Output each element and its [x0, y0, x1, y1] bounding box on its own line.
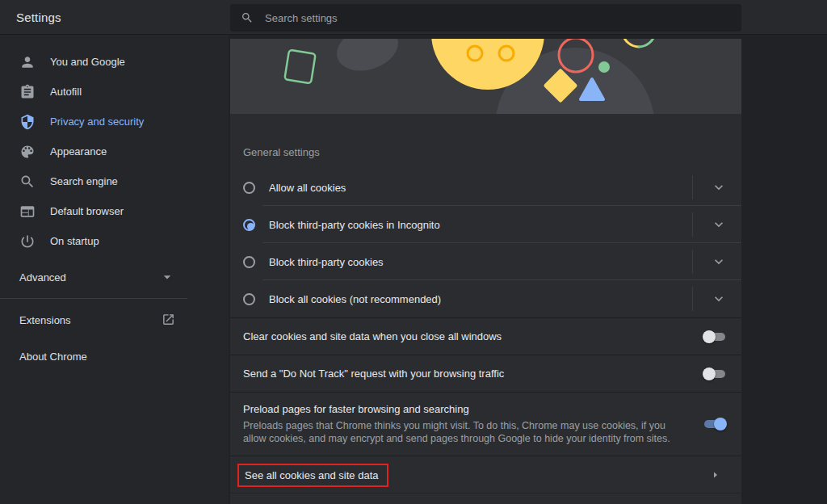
- radio-label: Allow all cookies: [269, 182, 346, 194]
- sidebar-item-label: You and Google: [50, 56, 125, 68]
- toggle-label: Clear cookies and site data when you clo…: [243, 330, 502, 342]
- sidebar-item-label: About Chrome: [19, 351, 87, 363]
- browser-icon: [19, 204, 36, 220]
- sidebar-item-extensions[interactable]: Extensions: [0, 304, 229, 335]
- sidebar-divider: [0, 298, 187, 299]
- external-link-icon: [162, 313, 175, 326]
- search-icon: [19, 174, 36, 190]
- toggle-switch-off[interactable]: [704, 333, 725, 341]
- power-icon: [19, 233, 36, 250]
- sidebar-item-label: Autofill: [50, 86, 82, 98]
- sidebar-item-label: Privacy and security: [50, 116, 144, 128]
- radio-button[interactable]: [243, 293, 255, 305]
- search-input[interactable]: [263, 4, 716, 32]
- radio-label: Block all cookies (not recommended): [269, 293, 441, 305]
- sidebar-item-advanced[interactable]: Advanced: [0, 262, 229, 292]
- radio-row-allow-all-cookies[interactable]: Allow all cookies: [230, 169, 741, 206]
- chrome-settings-window: Settings You and Google Autofill Privacy…: [0, 0, 827, 504]
- toggle-row-preload-pages[interactable]: Preload pages for faster browsing and se…: [230, 392, 741, 456]
- sidebar-item-search-engine[interactable]: Search engine: [0, 166, 229, 196]
- toggle-row-clear-on-close[interactable]: Clear cookies and site data when you clo…: [230, 317, 741, 355]
- sidebar-item-label: Search engine: [50, 175, 118, 187]
- chevron-down-icon[interactable]: [711, 291, 727, 307]
- cookies-settings-card: General settings Allow all cookies Block…: [230, 114, 741, 504]
- cookie-illustration: [230, 39, 741, 114]
- sidebar-item-label: Default browser: [50, 205, 124, 217]
- autofill-icon: [19, 84, 36, 100]
- radio-row-block-third-party[interactable]: Block third-party cookies: [230, 243, 741, 280]
- chevron-down-icon[interactable]: [711, 179, 727, 195]
- radio-label: Block third-party cookies: [269, 256, 384, 268]
- sidebar-item-appearance[interactable]: Appearance: [0, 136, 229, 166]
- sidebar-item-privacy-and-security[interactable]: Privacy and security: [0, 107, 229, 136]
- toggle-label: Send a "Do Not Track" request with your …: [243, 368, 504, 380]
- shield-icon: [19, 114, 36, 130]
- toggle-sublabel: Preloads pages that Chrome thinks you mi…: [243, 419, 689, 445]
- radio-button[interactable]: [243, 182, 255, 194]
- chevron-down-icon[interactable]: [711, 216, 727, 233]
- top-bar: Settings: [0, 0, 827, 35]
- page-title: Settings: [16, 0, 61, 35]
- radio-row-block-all-cookies[interactable]: Block all cookies (not recommended): [230, 280, 741, 317]
- cookies-illustration-banner: [230, 39, 741, 114]
- chevron-down-icon[interactable]: [711, 254, 727, 270]
- settings-search[interactable]: [230, 4, 741, 32]
- link-row-see-all-cookies[interactable]: See all cookies and site data: [230, 456, 741, 494]
- radio-row-block-third-party-incognito[interactable]: Block third-party cookies in Incognito: [230, 206, 741, 243]
- sidebar: You and Google Autofill Privacy and secu…: [0, 35, 229, 504]
- radio-label: Block third-party cookies in Incognito: [269, 219, 440, 231]
- section-label: General settings: [230, 114, 741, 169]
- sidebar-item-default-browser[interactable]: Default browser: [0, 196, 229, 226]
- annotation-highlight-box: See all cookies and site data: [237, 464, 388, 487]
- toggle-switch-off[interactable]: [704, 370, 725, 378]
- toggle-row-do-not-track[interactable]: Send a "Do Not Track" request with your …: [230, 355, 741, 392]
- sidebar-item-label: Extensions: [19, 314, 71, 326]
- sidebar-item-autofill[interactable]: Autofill: [0, 77, 229, 107]
- sidebar-item-label: Advanced: [19, 271, 66, 284]
- sidebar-item-you-and-google[interactable]: You and Google: [0, 47, 229, 77]
- toggle-switch-on[interactable]: [704, 420, 725, 428]
- radio-button[interactable]: [243, 256, 255, 268]
- settings-content: General settings Allow all cookies Block…: [230, 35, 741, 504]
- person-icon: [19, 54, 36, 70]
- radio-button-selected[interactable]: [243, 219, 255, 231]
- sidebar-item-about-chrome[interactable]: About Chrome: [0, 341, 229, 372]
- arrow-right-icon: [711, 470, 720, 480]
- link-label: See all cookies and site data: [245, 469, 379, 481]
- sidebar-item-label: Appearance: [50, 145, 107, 158]
- toggle-label: Preload pages for faster browsing and se…: [243, 403, 689, 415]
- search-icon: [241, 11, 254, 24]
- palette-icon: [19, 144, 36, 160]
- caret-down-icon: [159, 269, 175, 285]
- sidebar-item-label: On startup: [50, 235, 99, 247]
- sidebar-item-on-startup[interactable]: On startup: [0, 226, 229, 256]
